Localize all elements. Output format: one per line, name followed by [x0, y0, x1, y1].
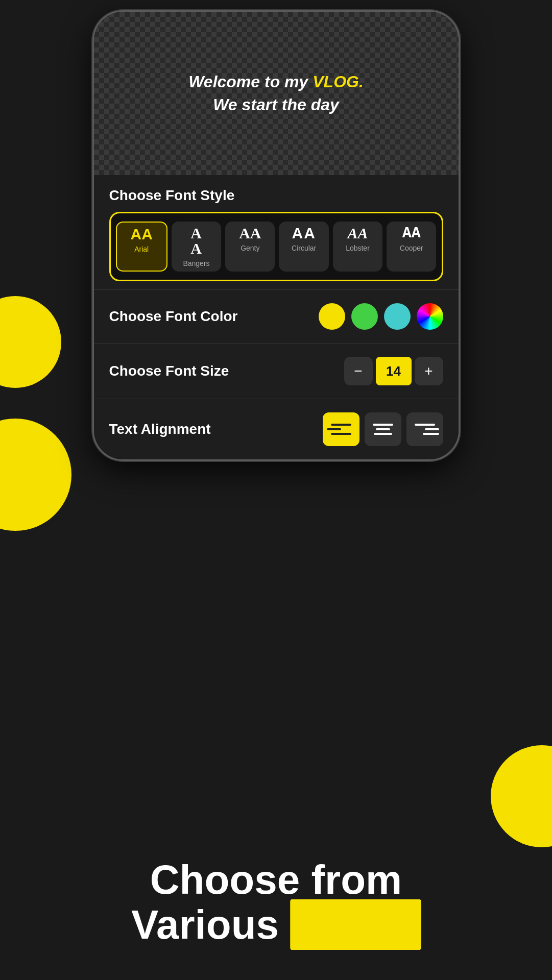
- preview-text: Welcome to my VLOG. We start the day: [188, 70, 364, 116]
- font-carousel: AA Arial AA Bangers AA Genty: [109, 212, 443, 281]
- font-item-cooper[interactable]: AA Cooper: [387, 222, 436, 272]
- panel-area: Choose Font Style AA Arial AA Bangers AA: [94, 175, 459, 459]
- font-lobster-letters: AA: [347, 226, 368, 241]
- bottom-line2-prefix: Various: [131, 902, 279, 947]
- font-item-genty[interactable]: AA Genty: [225, 222, 275, 272]
- align-left-button[interactable]: [323, 412, 359, 446]
- bottom-text: Choose from Various Fonts: [0, 860, 552, 949]
- text-alignment-row: Text Alignment: [94, 399, 459, 459]
- align-line: [373, 424, 393, 426]
- color-green[interactable]: [351, 303, 378, 330]
- bottom-line2: Various Fonts: [0, 900, 552, 949]
- align-line: [376, 428, 390, 430]
- align-line: [425, 428, 439, 430]
- align-center-button[interactable]: [365, 412, 401, 446]
- align-line: [423, 433, 439, 435]
- font-circular-name: Circular: [292, 244, 316, 252]
- color-yellow[interactable]: [319, 303, 345, 330]
- font-item-lobster[interactable]: AA Lobster: [333, 222, 382, 272]
- font-bangers-name: Bangers: [183, 259, 209, 267]
- font-cooper-name: Cooper: [400, 244, 423, 252]
- font-arial-letters: AA: [130, 227, 152, 242]
- bottom-line1: Choose from: [0, 860, 552, 900]
- preview-area: Welcome to my VLOG. We start the day: [94, 12, 459, 175]
- bottom-fonts-highlight: Fonts: [290, 899, 421, 950]
- font-circular-letters: AA: [292, 226, 316, 241]
- align-line: [327, 428, 341, 430]
- font-item-bangers[interactable]: AA Bangers: [172, 222, 221, 272]
- align-controls: [323, 412, 443, 446]
- preview-line1: Welcome to my VLOG.: [188, 72, 364, 91]
- font-item-circular[interactable]: AA Circular: [279, 222, 328, 272]
- color-cyan[interactable]: [384, 303, 411, 330]
- font-genty-letters: AA: [239, 226, 261, 241]
- font-size-controls: − 14 +: [344, 357, 443, 385]
- font-genty-name: Genty: [241, 244, 259, 252]
- preview-line2: We start the day: [213, 95, 339, 114]
- font-size-row: Choose Font Size − 14 +: [94, 343, 459, 399]
- font-style-section: Choose Font Style AA Arial AA Bangers AA: [94, 175, 459, 289]
- text-alignment-label: Text Alignment: [109, 421, 211, 437]
- color-circles: [319, 303, 443, 330]
- font-lobster-name: Lobster: [346, 244, 370, 252]
- decorative-blob-right-bottom: [491, 745, 552, 847]
- align-line: [331, 424, 351, 426]
- font-size-decrease-button[interactable]: −: [344, 357, 373, 385]
- color-rainbow[interactable]: [417, 303, 443, 330]
- decorative-blob-left-top: [0, 296, 61, 388]
- font-color-label: Choose Font Color: [109, 308, 238, 325]
- font-color-row: Choose Font Color: [94, 289, 459, 343]
- font-item-arial[interactable]: AA Arial: [116, 222, 167, 272]
- font-style-title: Choose Font Style: [109, 187, 443, 204]
- font-arial-name: Arial: [134, 245, 149, 253]
- align-line: [374, 433, 392, 435]
- align-line: [331, 433, 351, 435]
- align-right-button[interactable]: [406, 412, 443, 446]
- decorative-blob-left-mid: [0, 419, 71, 531]
- align-line: [415, 424, 435, 426]
- font-size-value: 14: [376, 357, 412, 385]
- font-bangers-letters: AA: [190, 226, 202, 256]
- font-size-increase-button[interactable]: +: [415, 357, 443, 385]
- font-size-label: Choose Font Size: [109, 363, 229, 379]
- phone-mockup: Welcome to my VLOG. We start the day Cho…: [92, 10, 460, 461]
- font-cooper-letters: AA: [402, 226, 421, 241]
- phone-frame: Welcome to my VLOG. We start the day Cho…: [92, 10, 460, 461]
- preview-highlight: VLOG.: [313, 72, 364, 91]
